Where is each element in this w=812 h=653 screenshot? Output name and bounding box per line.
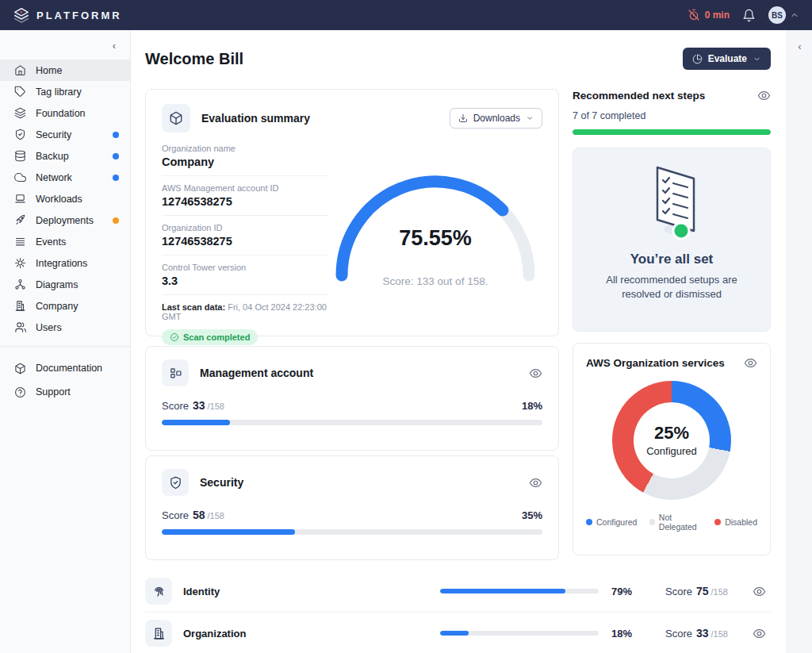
- sidebar-item-security[interactable]: Security: [0, 124, 130, 145]
- all-set-text: All recommended setups are resolved or d…: [588, 273, 755, 303]
- card-title: Security: [200, 476, 243, 489]
- field-label: Organization ID: [162, 223, 328, 232]
- eye-icon: [744, 356, 757, 370]
- security-icon-box: [162, 469, 189, 496]
- download-icon: [458, 113, 468, 123]
- view-details-button[interactable]: [529, 367, 542, 380]
- sidebar-item-backup[interactable]: Backup: [0, 145, 130, 167]
- category-title: Identity: [183, 586, 220, 597]
- score-value: 33: [193, 399, 205, 412]
- sidebar-item-label: Support: [36, 386, 71, 398]
- sidebar-item-network[interactable]: Network: [0, 167, 130, 188]
- fingerprint-icon: [152, 585, 166, 598]
- management-account-card: Management account Score 33 /158 18%: [145, 346, 559, 451]
- sidebar-item-documentation[interactable]: Documentation: [0, 356, 130, 380]
- database-icon: [14, 150, 26, 162]
- gauge-arc: [328, 164, 542, 283]
- evaluation-icon-box: [162, 104, 190, 133]
- downloads-button[interactable]: Downloads: [450, 108, 542, 129]
- sidebar-item-company[interactable]: Company: [0, 295, 130, 317]
- sidebar-item-events[interactable]: Events: [0, 231, 130, 252]
- scan-status-badge: Scan completed: [162, 329, 258, 345]
- score-total: /158: [711, 629, 728, 639]
- category-percent: 18%: [611, 628, 645, 640]
- card-title: AWS Organization services: [586, 357, 725, 369]
- next-steps-progress-bar: [573, 129, 771, 135]
- evaluate-button[interactable]: Evaluate: [683, 48, 771, 70]
- sidebar-item-users[interactable]: Users: [0, 317, 130, 338]
- sidebar-item-label: Diagrams: [36, 279, 79, 290]
- view-details-button[interactable]: [753, 627, 766, 640]
- right-panel-collapse-toggle[interactable]: ‹: [799, 41, 802, 52]
- sidebar-item-tag-library[interactable]: Tag library: [0, 81, 130, 102]
- progress-bar: [162, 420, 542, 425]
- view-details-button[interactable]: [757, 89, 771, 102]
- management-icon-box: [162, 359, 189, 386]
- view-details-button[interactable]: [753, 585, 766, 598]
- view-details-button[interactable]: [744, 356, 757, 370]
- org-chart-icon: [14, 278, 26, 290]
- sidebar-item-label: Deployments: [36, 215, 94, 226]
- all-set-panel: You’re all set All recommended setups ar…: [573, 148, 771, 332]
- home-icon: [14, 64, 26, 76]
- shield-check-icon: [14, 129, 26, 140]
- category-percent: 79%: [611, 586, 645, 597]
- building-icon: [14, 300, 26, 312]
- sidebar-item-home[interactable]: Home: [0, 60, 130, 81]
- users-icon: [14, 321, 26, 333]
- security-card: Security Score 58 /158 35%: [145, 455, 559, 560]
- account-menu[interactable]: BS: [768, 6, 799, 24]
- rows-icon: [14, 236, 26, 248]
- field-label: Control Tower version: [162, 263, 328, 272]
- percent-label: 18%: [522, 400, 542, 412]
- chevron-up-icon: [790, 10, 799, 20]
- field-value: 12746538275: [162, 235, 328, 248]
- next-steps-progress-text: 7 of 7 completed: [573, 110, 771, 121]
- sidebar-item-label: Home: [36, 65, 62, 76]
- sidebar-item-diagrams[interactable]: Diagrams: [0, 274, 130, 295]
- score-label: Score: [665, 586, 692, 597]
- donut-center: 25% Configured: [634, 402, 710, 478]
- brand[interactable]: PLATFORMR: [13, 6, 122, 24]
- sidebar-item-deployments[interactable]: Deployments: [0, 209, 130, 231]
- sidebar-item-workloads[interactable]: Workloads: [0, 188, 130, 209]
- score-label: Score: [162, 400, 189, 412]
- score-label: Score: [162, 509, 189, 521]
- sidebar-item-support[interactable]: Support: [0, 380, 130, 404]
- legend-item-disabled: Disabled: [714, 513, 757, 532]
- score-total: /158: [208, 401, 224, 411]
- sidebar-collapse-toggle[interactable]: ‹: [0, 36, 130, 60]
- sidebar-item-label: Integrations: [36, 258, 87, 269]
- rocket-icon: [14, 214, 26, 226]
- eye-icon: [753, 585, 766, 598]
- category-row-organization[interactable]: Organization 18% Score 33 /158: [145, 613, 771, 653]
- sidebar-item-label: Users: [36, 322, 62, 333]
- sidebar-item-label: Network: [36, 172, 72, 183]
- next-steps-panel: Recommended next steps 7 of 7 completed: [573, 89, 771, 332]
- sidebar-item-label: Backup: [36, 151, 69, 162]
- sidebar-item-foundation[interactable]: Foundation: [0, 102, 130, 124]
- avatar[interactable]: BS: [768, 6, 786, 24]
- all-set-title: You’re all set: [573, 252, 770, 267]
- timer-text: 0 min: [705, 10, 730, 21]
- timer-indicator[interactable]: 0 min: [688, 9, 730, 21]
- score-value: 75: [696, 585, 709, 597]
- view-details-button[interactable]: [529, 476, 542, 490]
- sidebar: ‹ Home Tag library Foundation Security B…: [0, 30, 131, 653]
- notification-dot: [113, 217, 119, 224]
- gauge-percent: 75.55%: [328, 226, 542, 251]
- sidebar-item-label: Tag library: [36, 86, 82, 98]
- right-panel-strip: ‹: [787, 30, 812, 653]
- sidebar-item-label: Security: [36, 129, 71, 140]
- legend-item-configured: Configured: [586, 513, 637, 532]
- category-title: Organization: [183, 628, 246, 640]
- timer-off-icon: [688, 9, 700, 21]
- card-title: Evaluation summary: [201, 112, 310, 125]
- sidebar-item-integrations[interactable]: Integrations: [0, 252, 130, 274]
- bell-icon[interactable]: [742, 9, 756, 22]
- panel-title: Recommended next steps: [573, 90, 705, 102]
- sidebar-item-label: Foundation: [36, 108, 86, 119]
- category-rows: Identity 79% Score 75 /158 Organization …: [145, 570, 771, 653]
- category-row-identity[interactable]: Identity 79% Score 75 /158: [145, 570, 771, 613]
- field-label: AWS Management account ID: [162, 183, 328, 193]
